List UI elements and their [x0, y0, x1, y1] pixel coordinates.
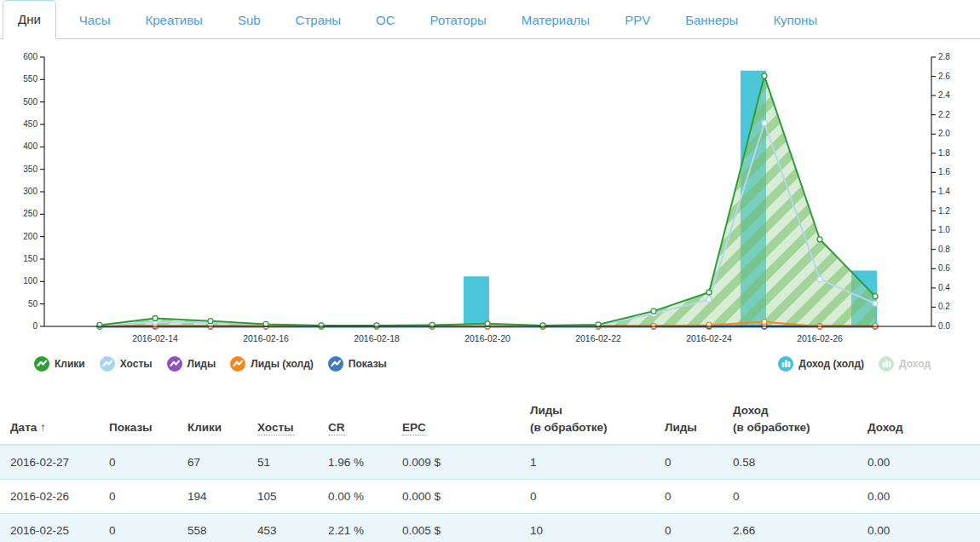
- tab-item-8[interactable]: PPV: [613, 3, 662, 38]
- legend-item[interactable]: Лиды (холд): [230, 356, 314, 372]
- chart-svg: 0501001502002503003504004505005506000.00…: [0, 48, 980, 348]
- date-link[interactable]: 2016-02-25: [0, 514, 99, 542]
- svg-text:50: 50: [28, 299, 38, 308]
- tab-item-9[interactable]: Баннеры: [673, 3, 750, 38]
- svg-text:1.8: 1.8: [938, 148, 950, 158]
- svg-text:2016-02-22: 2016-02-22: [575, 333, 621, 343]
- tab-item-0[interactable]: Дни: [3, 0, 56, 40]
- svg-text:500: 500: [23, 97, 37, 107]
- svg-text:1.6: 1.6: [938, 167, 950, 176]
- svg-text:350: 350: [23, 164, 37, 174]
- date-link[interactable]: 2016-02-26: [0, 480, 99, 514]
- sort-ascending-icon: ↑: [40, 421, 46, 434]
- line-series-icon: [34, 356, 49, 372]
- tab-item-6[interactable]: Ротаторы: [418, 3, 499, 38]
- svg-text:100: 100: [23, 276, 37, 285]
- table-cell: 453: [247, 514, 318, 542]
- svg-text:300: 300: [23, 187, 37, 196]
- table-header-row: Дата ↑ПоказыКликиХостыCREPCЛиды (в обраб…: [0, 397, 980, 445]
- svg-text:600: 600: [23, 52, 37, 61]
- tab-item-5[interactable]: ОС: [364, 3, 407, 38]
- svg-text:2016-02-26: 2016-02-26: [797, 333, 843, 343]
- table-cell: 105: [247, 480, 318, 514]
- legend-label: Показы: [349, 358, 387, 370]
- table-row: 2016-02-27067511.96 %0.009 $100.580.00: [0, 445, 980, 480]
- svg-text:0.8: 0.8: [938, 245, 950, 254]
- legend-item[interactable]: Хосты: [100, 356, 153, 372]
- tab-item-4[interactable]: Страны: [284, 3, 353, 38]
- table-cell: 0: [723, 480, 857, 514]
- legend-label: Доход: [899, 358, 931, 370]
- legend-bar-series: Доход (холд)Доход: [778, 356, 931, 372]
- svg-text:0.2: 0.2: [938, 302, 950, 311]
- column-header[interactable]: Дата ↑: [0, 397, 99, 445]
- table-cell: 0.58: [723, 445, 857, 480]
- table-cell: 2.66: [723, 514, 857, 542]
- svg-text:1.4: 1.4: [938, 187, 950, 196]
- column-header[interactable]: Клики: [177, 397, 247, 445]
- table-cell: 51: [247, 445, 318, 480]
- tab-bar: ДниЧасыКреативыSubСтраныОСРотаторыМатери…: [0, 0, 980, 39]
- svg-text:2016-02-16: 2016-02-16: [243, 333, 289, 343]
- legend-item[interactable]: Клики: [34, 356, 85, 372]
- table-cell: 0: [99, 445, 177, 480]
- column-header[interactable]: Доход (в обработке): [723, 397, 857, 445]
- svg-text:550: 550: [23, 74, 37, 84]
- column-header[interactable]: Показы: [99, 397, 177, 445]
- table-cell: 1: [520, 445, 654, 480]
- svg-text:2.8: 2.8: [938, 52, 950, 61]
- chart-legend: КликиХостыЛидыЛиды (холд)Показы Доход (х…: [0, 351, 980, 372]
- legend-item[interactable]: Доход: [879, 356, 931, 372]
- svg-text:2016-02-20: 2016-02-20: [464, 333, 510, 343]
- svg-text:2.6: 2.6: [938, 72, 950, 81]
- table-cell: 1.96 %: [318, 445, 392, 480]
- svg-text:0.6: 0.6: [938, 263, 950, 273]
- legend-item[interactable]: Показы: [328, 356, 387, 372]
- table-cell: 0.00: [857, 445, 980, 480]
- table-cell: 0: [654, 480, 723, 514]
- table-cell: 0.00: [857, 514, 980, 542]
- legend-label: Клики: [55, 358, 85, 370]
- legend-line-series: КликиХостыЛидыЛиды (холд)Показы: [34, 356, 387, 372]
- bar-series-icon: [879, 356, 894, 372]
- line-series-icon: [167, 356, 182, 372]
- table-cell: 67: [177, 445, 247, 480]
- table-row: 2016-02-2601941050.00 %0.000 $0000.00: [0, 480, 980, 514]
- legend-item[interactable]: Доход (холд): [778, 356, 864, 372]
- table-cell: 194: [177, 480, 247, 514]
- table-cell: 0.000 $: [392, 480, 520, 514]
- table-cell: 0.005 $: [392, 514, 520, 542]
- svg-text:400: 400: [23, 141, 37, 151]
- table-cell: 558: [177, 514, 247, 542]
- table-cell: 0: [99, 514, 177, 542]
- svg-text:150: 150: [23, 254, 37, 263]
- column-header[interactable]: Доход: [857, 397, 980, 445]
- stats-table: Дата ↑ПоказыКликиХостыCREPCЛиды (в обраб…: [0, 397, 980, 542]
- tab-item-10[interactable]: Купоны: [761, 3, 829, 38]
- svg-text:250: 250: [23, 209, 37, 218]
- legend-item[interactable]: Лиды: [167, 356, 216, 372]
- date-link[interactable]: 2016-02-27: [0, 445, 99, 480]
- svg-text:0.0: 0.0: [938, 321, 950, 331]
- svg-text:1.0: 1.0: [938, 225, 950, 234]
- tab-item-2[interactable]: Креативы: [133, 3, 214, 38]
- column-header[interactable]: Лиды (в обработке): [520, 397, 654, 445]
- tab-item-1[interactable]: Часы: [67, 3, 123, 38]
- column-header[interactable]: Хосты: [247, 397, 318, 445]
- legend-label: Хосты: [120, 358, 153, 370]
- table-cell: 10: [520, 514, 654, 542]
- table-cell: 0.009 $: [392, 445, 520, 480]
- column-header[interactable]: Лиды: [654, 397, 723, 445]
- tab-item-7[interactable]: Материалы: [510, 3, 602, 38]
- table-row: 2016-02-2505584532.21 %0.005 $1002.660.0…: [0, 514, 980, 542]
- line-series-icon: [328, 356, 343, 372]
- line-series-icon: [230, 356, 245, 372]
- tab-item-3[interactable]: Sub: [226, 3, 273, 38]
- svg-text:2.4: 2.4: [938, 90, 950, 100]
- table-cell: 0.00 %: [318, 480, 392, 514]
- column-header[interactable]: CR: [318, 397, 392, 445]
- table-cell: 0.00: [857, 480, 980, 514]
- table-cell: 0: [520, 480, 654, 514]
- column-header[interactable]: EPC: [392, 397, 520, 445]
- svg-text:2.0: 2.0: [938, 129, 950, 138]
